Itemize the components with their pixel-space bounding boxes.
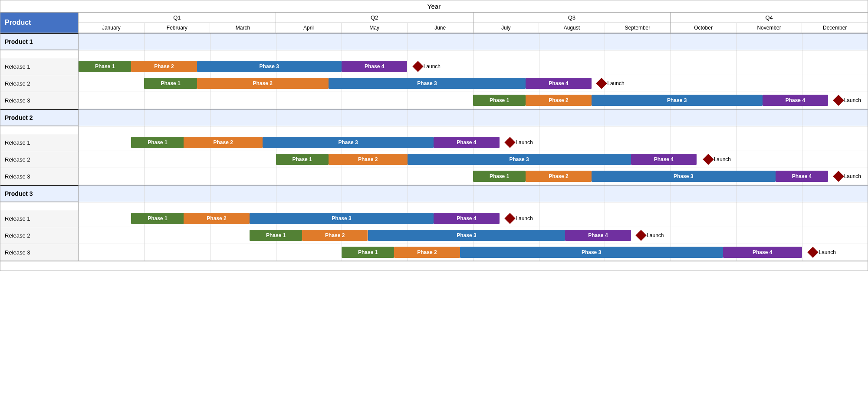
product-name: Product 3 bbox=[0, 185, 79, 202]
quarter-group: Q2AprilMayJune bbox=[276, 13, 473, 33]
bottom-spacer bbox=[0, 261, 868, 271]
launch-label: Launch bbox=[424, 63, 441, 69]
launch-marker: Launch bbox=[506, 139, 533, 146]
gantt-bar-phase4[interactable]: Phase 4 bbox=[565, 230, 631, 241]
month-cell: April bbox=[276, 23, 342, 33]
launch-label: Launch bbox=[844, 97, 861, 103]
quarter-group: Q4OctoberNovemberDecember bbox=[671, 13, 868, 33]
product-header-row: Product 2 bbox=[0, 109, 868, 126]
gantt-bar-phase1[interactable]: Phase 1 bbox=[144, 78, 197, 89]
release-content: Phase 1Phase 2Phase 3Phase 4Launch bbox=[79, 92, 868, 109]
gantt-bar-phase3[interactable]: Phase 3 bbox=[263, 137, 434, 148]
gantt-bar-phase3[interactable]: Phase 3 bbox=[368, 230, 566, 241]
gantt-bar-phase3[interactable]: Phase 3 bbox=[592, 95, 763, 106]
product-name: Product 2 bbox=[0, 109, 79, 126]
product-header-content bbox=[79, 109, 868, 126]
gantt-bar-phase3[interactable]: Phase 3 bbox=[592, 171, 776, 182]
gantt-bar-phase3[interactable]: Phase 3 bbox=[408, 154, 631, 165]
gantt-bar-phase2[interactable]: Phase 2 bbox=[302, 230, 368, 241]
gantt-bar-phase4[interactable]: Phase 4 bbox=[434, 137, 499, 148]
release-content: Phase 1Phase 2Phase 3Phase 4Launch bbox=[79, 58, 868, 75]
launch-label: Launch bbox=[647, 232, 664, 238]
launch-label: Launch bbox=[516, 139, 533, 145]
launch-diamond-icon bbox=[635, 230, 646, 241]
launch-marker: Launch bbox=[835, 96, 861, 104]
product-name: Product 1 bbox=[0, 33, 79, 50]
gantt-bar-phase4[interactable]: Phase 4 bbox=[631, 154, 697, 165]
gantt-bar-phase3[interactable]: Phase 3 bbox=[329, 78, 526, 89]
gantt-bar-phase1[interactable]: Phase 1 bbox=[131, 213, 184, 224]
gantt-bar-phase4[interactable]: Phase 4 bbox=[723, 247, 802, 258]
gantt-bar-phase1[interactable]: Phase 1 bbox=[473, 171, 526, 182]
gantt-bar-phase2[interactable]: Phase 2 bbox=[526, 95, 591, 106]
release-row: Release 3Phase 1Phase 2Phase 3Phase 4Lau… bbox=[0, 168, 868, 185]
product-column-header: Product bbox=[0, 13, 79, 33]
gantt-bar-phase2[interactable]: Phase 2 bbox=[394, 247, 460, 258]
release-name: Release 3 bbox=[0, 244, 79, 261]
release-row: Release 2Phase 1Phase 2Phase 3Phase 4Lau… bbox=[0, 227, 868, 244]
release-row: Release 1Phase 1Phase 2Phase 3Phase 4Lau… bbox=[0, 58, 868, 75]
gantt-bar-phase2[interactable]: Phase 2 bbox=[184, 213, 249, 224]
gantt-bar-phase2[interactable]: Phase 2 bbox=[197, 78, 329, 89]
release-name: Release 1 bbox=[0, 210, 79, 227]
gantt-bar-phase4[interactable]: Phase 4 bbox=[776, 171, 828, 182]
gantt-bar-phase3[interactable]: Phase 3 bbox=[250, 213, 434, 224]
release-content: Phase 1Phase 2Phase 3Phase 4Launch bbox=[79, 227, 868, 244]
product-header-row: Product 3 bbox=[0, 185, 868, 202]
launch-label: Launch bbox=[844, 173, 861, 179]
year-header: Year bbox=[0, 0, 868, 13]
spacer-row bbox=[0, 202, 868, 210]
month-cell: October bbox=[671, 23, 736, 33]
gantt-bar-phase2[interactable]: Phase 2 bbox=[184, 137, 263, 148]
gantt-bar-phase1[interactable]: Phase 1 bbox=[250, 230, 302, 241]
release-name: Release 3 bbox=[0, 168, 79, 185]
month-cell: May bbox=[342, 23, 408, 33]
launch-marker: Launch bbox=[506, 215, 533, 222]
month-cell: February bbox=[145, 23, 210, 33]
release-content: Phase 1Phase 2Phase 3Phase 4Launch bbox=[79, 151, 868, 168]
launch-marker: Launch bbox=[637, 231, 664, 239]
quarter-label: Q4 bbox=[671, 13, 868, 23]
gantt-bar-phase4[interactable]: Phase 4 bbox=[526, 78, 591, 89]
launch-marker: Launch bbox=[704, 155, 731, 163]
spacer-row bbox=[0, 126, 868, 134]
launch-marker: Launch bbox=[809, 248, 835, 256]
month-cell: August bbox=[539, 23, 605, 33]
launch-label: Launch bbox=[516, 215, 533, 221]
gantt-bar-phase3[interactable]: Phase 3 bbox=[460, 247, 723, 258]
gantt-bar-phase1[interactable]: Phase 1 bbox=[473, 95, 526, 106]
gantt-bar-phase3[interactable]: Phase 3 bbox=[197, 61, 342, 72]
gantt-bar-phase1[interactable]: Phase 1 bbox=[79, 61, 131, 72]
gantt-bar-phase4[interactable]: Phase 4 bbox=[763, 95, 828, 106]
launch-diamond-icon bbox=[833, 95, 844, 106]
quarter-label: Q3 bbox=[473, 13, 671, 23]
year-title: Year bbox=[427, 3, 441, 10]
gantt-bar-phase1[interactable]: Phase 1 bbox=[276, 154, 329, 165]
release-content: Phase 1Phase 2Phase 3Phase 4Launch bbox=[79, 168, 868, 185]
gantt-bar-phase2[interactable]: Phase 2 bbox=[131, 61, 197, 72]
launch-diamond-icon bbox=[833, 171, 844, 182]
gantt-bar-phase1[interactable]: Phase 1 bbox=[131, 137, 184, 148]
header-row: Product Q1JanuaryFebruaryMarchQ2AprilMay… bbox=[0, 13, 868, 33]
quarter-label: Q2 bbox=[276, 13, 473, 23]
launch-diamond-icon bbox=[808, 247, 819, 258]
launch-marker: Launch bbox=[598, 79, 624, 87]
month-cell: July bbox=[473, 23, 539, 33]
release-content: Phase 1Phase 2Phase 3Phase 4Launch bbox=[79, 244, 868, 261]
launch-diamond-icon bbox=[505, 137, 516, 148]
month-cell: December bbox=[802, 23, 868, 33]
month-cell: January bbox=[79, 23, 145, 33]
quarter-label: Q1 bbox=[79, 13, 276, 23]
release-name: Release 3 bbox=[0, 92, 79, 109]
product-header-content bbox=[79, 185, 868, 202]
gantt-bar-phase2[interactable]: Phase 2 bbox=[329, 154, 408, 165]
release-name: Release 2 bbox=[0, 151, 79, 168]
launch-diamond-icon bbox=[412, 61, 423, 72]
launch-label: Launch bbox=[819, 249, 835, 255]
product-header-row: Product 1 bbox=[0, 33, 868, 50]
release-row: Release 1Phase 1Phase 2Phase 3Phase 4Lau… bbox=[0, 210, 868, 227]
gantt-bar-phase4[interactable]: Phase 4 bbox=[434, 213, 499, 224]
gantt-bar-phase2[interactable]: Phase 2 bbox=[526, 171, 591, 182]
gantt-bar-phase4[interactable]: Phase 4 bbox=[342, 61, 407, 72]
gantt-bar-phase1[interactable]: Phase 1 bbox=[342, 247, 394, 258]
